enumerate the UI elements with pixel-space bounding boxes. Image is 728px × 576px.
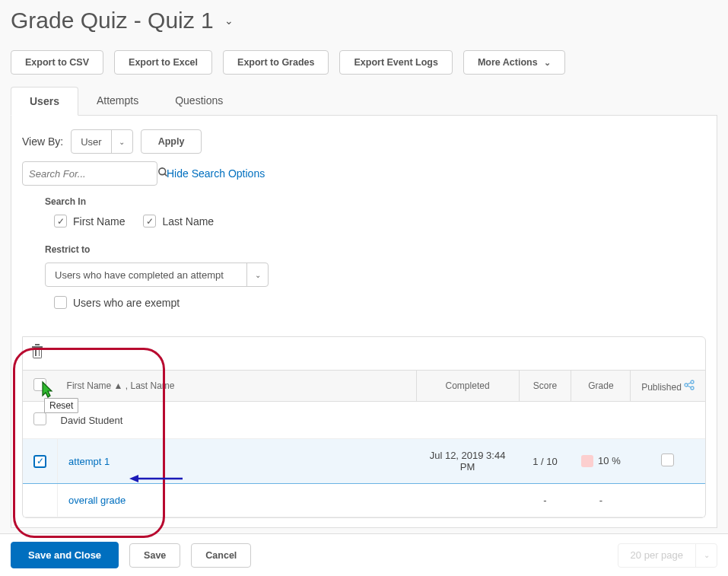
content-area: View By: User ⌄ Apply Hide Search Option…	[11, 116, 717, 528]
chevron-down-icon: ⌄	[246, 263, 268, 286]
column-published[interactable]: Published	[631, 371, 705, 402]
viewby-row: View By: User ⌄ Apply	[22, 129, 706, 154]
export-csv-label: Export to CSV	[25, 57, 89, 68]
column-published-label: Published	[641, 382, 682, 393]
checkbox-icon[interactable]	[661, 453, 674, 466]
attempt-check-cell	[23, 439, 58, 484]
publish-icon	[684, 380, 695, 390]
export-event-logs-button[interactable]: Export Event Logs	[339, 50, 452, 75]
export-event-logs-label: Export Event Logs	[354, 57, 437, 68]
search-box	[22, 161, 157, 186]
apply-label: Apply	[158, 136, 185, 147]
column-name[interactable]: First Name ▲ , Last Name	[58, 371, 416, 402]
checkbox-checked-icon	[143, 215, 156, 228]
chevron-down-icon[interactable]: ⌄	[224, 14, 234, 27]
restrict-select[interactable]: Users who have completed an attempt ⌄	[45, 263, 269, 287]
student-check-cell	[23, 402, 58, 439]
attempt-published-cell	[631, 439, 705, 484]
more-actions-button[interactable]: More Actions ⌄	[463, 50, 565, 75]
checkbox-icon	[54, 296, 67, 309]
overall-check-cell	[23, 484, 58, 517]
search-in-heading: Search In	[45, 196, 706, 207]
overall-link[interactable]: overall grade	[68, 495, 126, 506]
svg-line-5	[688, 382, 691, 383]
export-grades-button[interactable]: Export to Grades	[223, 50, 329, 75]
student-row: David Student	[23, 402, 705, 439]
attempt-score: 1 / 10	[519, 439, 571, 484]
search-input[interactable]	[29, 168, 157, 180]
tab-bar: Users Attempts Questions	[11, 87, 717, 116]
search-in-checks: First Name Last Name	[54, 215, 706, 228]
cancel-button[interactable]: Cancel	[191, 543, 251, 568]
chevron-down-icon: ⌄	[111, 130, 132, 153]
restrict-heading: Restrict to	[45, 244, 706, 255]
checkbox-checked-icon[interactable]	[33, 455, 46, 468]
overall-grade: -	[571, 484, 631, 517]
viewby-label: View By:	[22, 135, 63, 148]
table-header-row: First Name ▲ , Last Name Completed Score…	[23, 371, 705, 402]
lastname-option[interactable]: Last Name	[143, 215, 214, 228]
restrict-section: Restrict to Users who have completed an …	[45, 244, 706, 309]
cancel-label: Cancel	[205, 550, 237, 561]
column-score[interactable]: Score	[519, 371, 571, 402]
save-close-label: Save and Close	[28, 549, 101, 561]
viewby-select[interactable]: User ⌄	[71, 129, 132, 154]
save-button[interactable]: Save	[129, 543, 180, 568]
exempt-label: Users who are exempt	[73, 297, 180, 309]
firstname-label: First Name	[73, 215, 125, 228]
search-in-section: Search In First Name Last Name	[45, 196, 706, 228]
hide-search-options-link[interactable]: Hide Search Options	[167, 167, 265, 180]
column-grade[interactable]: Grade	[571, 371, 631, 402]
overall-published	[631, 484, 705, 517]
restrict-value: Users who have completed an attempt	[46, 269, 246, 281]
tab-questions[interactable]: Questions	[157, 87, 241, 115]
attempt-grade: 10 %	[571, 439, 631, 484]
svg-point-0	[159, 168, 166, 175]
checkbox-checked-icon	[54, 215, 67, 228]
attempt-name-cell: attempt 1	[58, 439, 416, 484]
export-excel-label: Export to Excel	[129, 57, 198, 68]
attempt-completed: Jul 12, 2019 3:44 PM	[416, 439, 519, 484]
attempt-link[interactable]: attempt 1	[68, 456, 110, 467]
page-root: Grade Quiz - Quiz 1 ⌄ Export to CSV Expo…	[0, 0, 728, 536]
results-table-container: First Name ▲ , Last Name Completed Score…	[22, 336, 706, 518]
results-table: First Name ▲ , Last Name Completed Score…	[23, 370, 705, 517]
select-all-header	[23, 371, 58, 402]
viewby-value: User	[72, 136, 110, 148]
page-title: Grade Quiz - Quiz 1	[11, 8, 214, 33]
overall-score: -	[519, 484, 571, 517]
table-actions-row	[23, 337, 705, 370]
exempt-option[interactable]: Users who are exempt	[54, 296, 706, 309]
save-label: Save	[144, 550, 166, 561]
page-title-row: Grade Quiz - Quiz 1 ⌄	[11, 8, 717, 33]
grade-status-icon	[581, 455, 593, 467]
column-name-label: First Name ▲ , Last Name	[67, 380, 175, 391]
trash-icon[interactable]	[30, 345, 44, 360]
chevron-down-icon: ⌄	[695, 544, 717, 567]
tab-users[interactable]: Users	[11, 87, 78, 116]
per-page-value: 20 per page	[618, 549, 695, 561]
footer: Save and Close Save Cancel 20 per page ⌄	[0, 533, 728, 576]
save-and-close-button[interactable]: Save and Close	[11, 542, 119, 568]
export-csv-button[interactable]: Export to CSV	[11, 50, 103, 75]
overall-name-cell: overall grade	[58, 484, 416, 517]
svg-line-6	[688, 386, 691, 387]
tab-attempts[interactable]: Attempts	[78, 87, 157, 115]
attempt-grade-value: 10 %	[598, 455, 621, 466]
apply-button[interactable]: Apply	[141, 129, 202, 154]
toolbar: Export to CSV Export to Excel Export to …	[11, 50, 717, 75]
export-excel-button[interactable]: Export to Excel	[114, 50, 212, 75]
chevron-down-icon: ⌄	[544, 58, 551, 68]
search-row: Hide Search Options	[22, 161, 706, 186]
firstname-option[interactable]: First Name	[54, 215, 125, 228]
attempt-row: attempt 1 Jul 12, 2019 3:44 PM 1 / 10 10…	[23, 439, 705, 484]
lastname-label: Last Name	[162, 215, 214, 228]
overall-row: overall grade - -	[23, 484, 705, 517]
export-grades-label: Export to Grades	[237, 57, 314, 68]
column-completed[interactable]: Completed	[416, 371, 519, 402]
checkbox-icon[interactable]	[33, 412, 46, 425]
overall-completed	[416, 484, 519, 517]
student-name: David Student	[58, 402, 705, 439]
checkbox-icon[interactable]	[33, 378, 46, 391]
per-page-select[interactable]: 20 per page ⌄	[618, 543, 717, 568]
